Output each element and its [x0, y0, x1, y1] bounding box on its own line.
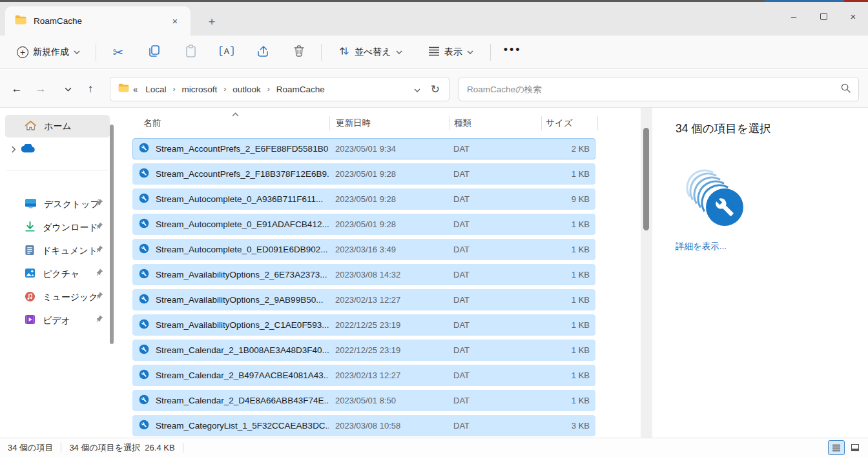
share-button[interactable] — [249, 41, 277, 64]
sort-button-label: 並べ替え — [355, 46, 391, 58]
sidebar-scrollbar[interactable] — [110, 125, 114, 344]
file-list-scrollbar[interactable] — [641, 108, 652, 438]
sort-button[interactable]: 並べ替え — [332, 41, 409, 63]
large-icons-view-icon — [851, 444, 859, 451]
maximize-button[interactable] — [809, 2, 838, 30]
refresh-icon[interactable]: ↻ — [428, 81, 442, 97]
cut-button[interactable]: ✂ — [104, 41, 132, 64]
address-dropdown-chevron[interactable] — [414, 83, 420, 95]
file-date: 2023/02/13 12:27 — [329, 295, 448, 305]
sidebar-item-home[interactable]: ホーム — [5, 115, 110, 137]
breadcrumb-item-roamcache[interactable]: RoamCache — [273, 83, 329, 96]
folder-icon — [15, 15, 26, 27]
scrollbar-thumb[interactable] — [643, 128, 649, 230]
details-view-button[interactable] — [828, 440, 845, 455]
pictures-icon — [25, 268, 36, 280]
column-separator[interactable] — [329, 116, 330, 130]
sidebar-item-videos[interactable]: ビデオ — [5, 309, 110, 332]
column-header-date[interactable]: 更新日時 — [329, 117, 449, 129]
file-row[interactable]: Stream_AvailabilityOptions_2_C1AE0F593..… — [132, 314, 595, 336]
recent-locations-button[interactable] — [57, 79, 78, 99]
forward-button[interactable]: → — [30, 79, 51, 99]
close-button[interactable]: × — [838, 2, 868, 30]
rename-button[interactable]: A — [212, 41, 241, 64]
tab-bar: RoamCache × + – × — [0, 2, 868, 36]
pin-icon — [95, 245, 103, 256]
file-row[interactable]: Stream_AvailabilityOptions_2_6E73A2373..… — [132, 264, 595, 285]
sort-ascending-icon — [232, 109, 239, 119]
file-row[interactable]: Stream_Calendar_2_B497AACBE4081A43... 20… — [132, 365, 595, 386]
sidebar-item-desktop[interactable]: デスクトップ — [5, 193, 110, 216]
sidebar-item-label: ダウンロード — [43, 222, 98, 234]
file-row[interactable]: Stream_Autocomplete_0_E91ADAFCB412... 20… — [132, 214, 595, 235]
rename-icon: A — [220, 45, 234, 60]
toolbar-separator — [96, 44, 96, 61]
file-type: DAT — [448, 245, 541, 254]
back-button[interactable]: ← — [6, 79, 27, 99]
file-name: Stream_Calendar_2_B497AACBE4081A43... — [156, 371, 329, 380]
column-separator[interactable] — [597, 116, 598, 130]
file-row[interactable]: Stream_Calendar_2_1B008AE3A48D3F40... 20… — [132, 340, 595, 361]
delete-button[interactable] — [285, 41, 313, 64]
breadcrumb-bar[interactable]: « Local › microsoft › outlook › RoamCach… — [110, 77, 450, 101]
view-button[interactable]: 表示 — [422, 41, 480, 63]
file-date: 2023/05/01 9:28 — [329, 194, 448, 204]
file-size: 3 KB — [541, 421, 590, 431]
file-type: DAT — [448, 219, 541, 229]
pin-icon — [95, 222, 103, 232]
file-row[interactable]: Stream_Calendar_2_D4E8A66ABB43F74E... 20… — [132, 390, 595, 411]
column-separator[interactable] — [541, 116, 542, 130]
minimize-button[interactable]: – — [779, 2, 809, 30]
file-date: 2023/02/13 12:27 — [329, 371, 448, 380]
file-explorer-window: RoamCache × + – × + 新規作成 ✂ A — [0, 0, 868, 457]
column-header-name[interactable]: 名前 — [132, 117, 329, 129]
file-row[interactable]: Stream_Autocomplete_0_A936B711F611... 20… — [132, 188, 595, 210]
file-row[interactable]: Stream_CategoryList_1_5F32CCAEAB3DC... 2… — [132, 415, 595, 436]
file-row[interactable]: Stream_Autocomplete_0_ED091E6DB902... 20… — [132, 239, 595, 260]
file-type: DAT — [448, 270, 541, 279]
file-name: Stream_AccountPrefs_2_E6FE88FD5581B0... — [156, 144, 329, 154]
file-date: 2022/12/25 23:19 — [329, 345, 448, 355]
sidebar-divider — [6, 170, 108, 170]
breadcrumb-item-outlook[interactable]: outlook — [229, 83, 265, 96]
search-input[interactable] — [467, 85, 841, 94]
sidebar-item-music[interactable]: ミュージック — [5, 286, 110, 309]
copy-button[interactable] — [140, 41, 169, 64]
tab-roamcache[interactable]: RoamCache × — [5, 6, 191, 36]
file-row[interactable]: Stream_AvailabilityOptions_2_9AB99B50...… — [132, 289, 595, 310]
plus-circle-icon: + — [17, 46, 28, 58]
file-row[interactable]: Stream_AccountPrefs_2_E6FE88FD5581B0... … — [132, 138, 595, 159]
sidebar-item-pictures[interactable]: ピクチャ — [5, 263, 110, 285]
search-box[interactable] — [459, 77, 859, 101]
breadcrumb-item-local[interactable]: Local — [141, 83, 170, 96]
statusbar-separator — [183, 443, 183, 452]
new-tab-button[interactable]: + — [203, 14, 220, 30]
breadcrumb-overflow[interactable]: « — [129, 85, 140, 94]
paste-icon — [185, 45, 197, 60]
more-options-button[interactable]: ••• — [499, 41, 527, 64]
command-toolbar: + 新規作成 ✂ A 並べ替え 表示 — [0, 36, 868, 69]
file-row[interactable]: Stream_AccountPrefs_2_F18B378F12E6B9... … — [132, 163, 595, 185]
navigation-pane: ホーム デスクトップ ダウンロード ドキュメント — [0, 108, 124, 438]
column-header-size[interactable]: サイズ — [541, 117, 597, 129]
tab-close-icon[interactable]: × — [167, 14, 183, 29]
new-button[interactable]: + 新規作成 — [10, 42, 87, 63]
show-details-link[interactable]: 詳細を表示... — [676, 241, 727, 252]
large-icons-view-button[interactable] — [847, 440, 863, 455]
up-button[interactable]: ↑ — [80, 79, 101, 99]
dat-file-icon — [139, 243, 149, 256]
ellipsis-icon: ••• — [504, 43, 522, 61]
sidebar-item-downloads[interactable]: ダウンロード — [5, 216, 110, 239]
file-type: DAT — [448, 169, 541, 179]
sidebar-item-onedrive[interactable] — [5, 138, 110, 161]
file-type: DAT — [448, 396, 541, 405]
chevron-right-icon — [11, 145, 16, 155]
item-count: 34 個の項目 — [0, 442, 61, 454]
sidebar-item-documents[interactable]: ドキュメント — [5, 239, 110, 262]
breadcrumb-chevron: › — [172, 85, 177, 94]
pin-icon — [95, 315, 103, 325]
column-header-type[interactable]: 種類 — [449, 117, 541, 129]
paste-button[interactable] — [176, 41, 205, 64]
column-separator[interactable] — [449, 116, 450, 130]
breadcrumb-item-microsoft[interactable]: microsoft — [178, 83, 222, 96]
